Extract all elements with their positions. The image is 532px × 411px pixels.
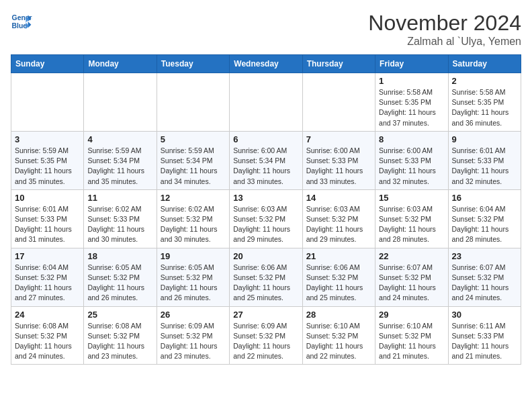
calendar-cell: 27Sunrise: 6:09 AM Sunset: 5:32 PM Dayli… xyxy=(230,306,302,365)
day-detail: Sunrise: 6:00 AM Sunset: 5:33 PM Dayligh… xyxy=(379,146,444,187)
calendar-table: SundayMondayTuesdayWednesdayThursdayFrid… xyxy=(11,54,521,365)
calendar-cell: 14Sunrise: 6:03 AM Sunset: 5:32 PM Dayli… xyxy=(302,189,375,248)
day-detail: Sunrise: 6:01 AM Sunset: 5:33 PM Dayligh… xyxy=(15,204,80,245)
day-detail: Sunrise: 6:03 AM Sunset: 5:32 PM Dayligh… xyxy=(306,204,371,245)
calendar-cell: 6Sunrise: 6:00 AM Sunset: 5:34 PM Daylig… xyxy=(230,131,302,189)
day-detail: Sunrise: 6:08 AM Sunset: 5:32 PM Dayligh… xyxy=(87,321,152,362)
calendar-cell: 17Sunrise: 6:04 AM Sunset: 5:32 PM Dayli… xyxy=(11,248,84,306)
day-number: 9 xyxy=(452,134,517,144)
day-number: 13 xyxy=(233,193,298,203)
calendar-cell xyxy=(230,73,302,132)
calendar-cell: 8Sunrise: 6:00 AM Sunset: 5:33 PM Daylig… xyxy=(375,131,448,189)
calendar-week-row: 3Sunrise: 5:59 AM Sunset: 5:35 PM Daylig… xyxy=(11,131,521,189)
calendar-cell: 1Sunrise: 5:58 AM Sunset: 5:35 PM Daylig… xyxy=(375,73,448,132)
day-number: 6 xyxy=(233,134,298,144)
calendar-cell: 26Sunrise: 6:09 AM Sunset: 5:32 PM Dayli… xyxy=(157,306,229,365)
calendar-cell: 2Sunrise: 5:58 AM Sunset: 5:35 PM Daylig… xyxy=(448,73,521,132)
day-detail: Sunrise: 5:59 AM Sunset: 5:34 PM Dayligh… xyxy=(161,146,226,187)
day-number: 16 xyxy=(452,193,517,203)
day-number: 28 xyxy=(306,310,371,320)
day-detail: Sunrise: 6:09 AM Sunset: 5:32 PM Dayligh… xyxy=(233,321,298,362)
weekday-header: Sunday xyxy=(11,55,84,73)
weekday-header-row: SundayMondayTuesdayWednesdayThursdayFrid… xyxy=(11,55,521,73)
day-number: 4 xyxy=(87,134,152,144)
calendar-cell: 23Sunrise: 6:07 AM Sunset: 5:32 PM Dayli… xyxy=(448,248,521,306)
calendar-cell: 29Sunrise: 6:10 AM Sunset: 5:32 PM Dayli… xyxy=(375,306,448,365)
day-number: 5 xyxy=(161,134,226,144)
day-number: 3 xyxy=(15,134,80,144)
day-detail: Sunrise: 6:08 AM Sunset: 5:32 PM Dayligh… xyxy=(15,321,80,362)
calendar-week-row: 10Sunrise: 6:01 AM Sunset: 5:33 PM Dayli… xyxy=(11,189,521,248)
location-title: Zalmah al `Ulya, Yemen xyxy=(368,36,521,48)
day-detail: Sunrise: 5:58 AM Sunset: 5:35 PM Dayligh… xyxy=(379,87,444,128)
day-number: 20 xyxy=(233,251,298,261)
day-number: 10 xyxy=(15,193,80,203)
calendar-cell: 10Sunrise: 6:01 AM Sunset: 5:33 PM Dayli… xyxy=(11,189,84,248)
day-number: 18 xyxy=(87,251,152,261)
calendar-cell: 20Sunrise: 6:06 AM Sunset: 5:32 PM Dayli… xyxy=(230,248,302,306)
day-detail: Sunrise: 6:06 AM Sunset: 5:32 PM Dayligh… xyxy=(306,263,371,304)
day-detail: Sunrise: 6:04 AM Sunset: 5:32 PM Dayligh… xyxy=(15,263,80,304)
day-number: 15 xyxy=(379,193,444,203)
month-title: November 2024 xyxy=(368,11,521,36)
day-detail: Sunrise: 6:04 AM Sunset: 5:32 PM Dayligh… xyxy=(452,204,517,245)
day-detail: Sunrise: 6:07 AM Sunset: 5:32 PM Dayligh… xyxy=(452,263,517,304)
day-detail: Sunrise: 6:06 AM Sunset: 5:32 PM Dayligh… xyxy=(233,263,298,304)
calendar-week-row: 1Sunrise: 5:58 AM Sunset: 5:35 PM Daylig… xyxy=(11,73,521,132)
day-number: 12 xyxy=(161,193,226,203)
day-number: 24 xyxy=(15,310,80,320)
day-detail: Sunrise: 6:09 AM Sunset: 5:32 PM Dayligh… xyxy=(161,321,226,362)
calendar-cell: 28Sunrise: 6:10 AM Sunset: 5:32 PM Dayli… xyxy=(302,306,375,365)
calendar-cell: 21Sunrise: 6:06 AM Sunset: 5:32 PM Dayli… xyxy=(302,248,375,306)
day-number: 8 xyxy=(379,134,444,144)
day-detail: Sunrise: 6:01 AM Sunset: 5:33 PM Dayligh… xyxy=(452,146,517,187)
calendar-cell: 24Sunrise: 6:08 AM Sunset: 5:32 PM Dayli… xyxy=(11,306,84,365)
weekday-header: Saturday xyxy=(448,55,521,73)
day-number: 2 xyxy=(452,76,517,86)
calendar-cell: 13Sunrise: 6:03 AM Sunset: 5:32 PM Dayli… xyxy=(230,189,302,248)
day-detail: Sunrise: 6:02 AM Sunset: 5:33 PM Dayligh… xyxy=(87,204,152,245)
logo-icon: General Blue xyxy=(11,11,32,32)
calendar-cell: 7Sunrise: 6:00 AM Sunset: 5:33 PM Daylig… xyxy=(302,131,375,189)
calendar-cell: 3Sunrise: 5:59 AM Sunset: 5:35 PM Daylig… xyxy=(11,131,84,189)
day-number: 21 xyxy=(306,251,371,261)
weekday-header: Monday xyxy=(84,55,157,73)
day-number: 30 xyxy=(452,310,517,320)
calendar-cell: 25Sunrise: 6:08 AM Sunset: 5:32 PM Dayli… xyxy=(84,306,157,365)
weekday-header: Wednesday xyxy=(230,55,302,73)
day-number: 27 xyxy=(233,310,298,320)
day-number: 1 xyxy=(379,76,444,86)
calendar-cell: 5Sunrise: 5:59 AM Sunset: 5:34 PM Daylig… xyxy=(157,131,229,189)
day-number: 11 xyxy=(87,193,152,203)
day-detail: Sunrise: 6:10 AM Sunset: 5:32 PM Dayligh… xyxy=(379,321,444,362)
calendar-cell xyxy=(302,73,375,132)
day-detail: Sunrise: 6:02 AM Sunset: 5:32 PM Dayligh… xyxy=(161,204,226,245)
day-number: 7 xyxy=(306,134,371,144)
calendar-cell: 30Sunrise: 6:11 AM Sunset: 5:33 PM Dayli… xyxy=(448,306,521,365)
day-detail: Sunrise: 6:05 AM Sunset: 5:32 PM Dayligh… xyxy=(87,263,152,304)
day-detail: Sunrise: 5:58 AM Sunset: 5:35 PM Dayligh… xyxy=(452,87,517,128)
day-number: 14 xyxy=(306,193,371,203)
calendar-cell: 4Sunrise: 5:59 AM Sunset: 5:34 PM Daylig… xyxy=(84,131,157,189)
day-detail: Sunrise: 6:03 AM Sunset: 5:32 PM Dayligh… xyxy=(379,204,444,245)
day-detail: Sunrise: 6:07 AM Sunset: 5:32 PM Dayligh… xyxy=(379,263,444,304)
day-detail: Sunrise: 6:03 AM Sunset: 5:32 PM Dayligh… xyxy=(233,204,298,245)
day-number: 19 xyxy=(161,251,226,261)
day-detail: Sunrise: 6:05 AM Sunset: 5:32 PM Dayligh… xyxy=(161,263,226,304)
svg-text:Blue: Blue xyxy=(12,22,28,30)
calendar-cell: 12Sunrise: 6:02 AM Sunset: 5:32 PM Dayli… xyxy=(157,189,229,248)
calendar-week-row: 17Sunrise: 6:04 AM Sunset: 5:32 PM Dayli… xyxy=(11,248,521,306)
page-header: General Blue November 2024 Zalmah al `Ul… xyxy=(11,11,521,48)
weekday-header: Tuesday xyxy=(157,55,229,73)
weekday-header: Friday xyxy=(375,55,448,73)
day-detail: Sunrise: 6:00 AM Sunset: 5:34 PM Dayligh… xyxy=(233,146,298,187)
day-detail: Sunrise: 5:59 AM Sunset: 5:35 PM Dayligh… xyxy=(15,146,80,187)
calendar-cell xyxy=(11,73,84,132)
weekday-header: Thursday xyxy=(302,55,375,73)
calendar-cell: 16Sunrise: 6:04 AM Sunset: 5:32 PM Dayli… xyxy=(448,189,521,248)
calendar-week-row: 24Sunrise: 6:08 AM Sunset: 5:32 PM Dayli… xyxy=(11,306,521,365)
calendar-cell: 19Sunrise: 6:05 AM Sunset: 5:32 PM Dayli… xyxy=(157,248,229,306)
day-number: 26 xyxy=(161,310,226,320)
day-number: 22 xyxy=(379,251,444,261)
calendar-cell: 22Sunrise: 6:07 AM Sunset: 5:32 PM Dayli… xyxy=(375,248,448,306)
